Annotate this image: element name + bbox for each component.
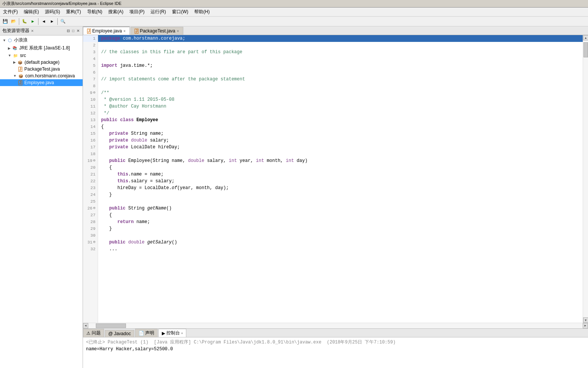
toolbar-open[interactable]: 📂	[10, 18, 17, 25]
bottom-tab-0[interactable]: ⚠问题	[83, 329, 104, 337]
vscroll-thumb[interactable]	[583, 42, 588, 57]
vscroll-up[interactable]: ▲	[583, 35, 588, 40]
tab-label-1: PackageTest.java	[140, 28, 175, 34]
toolbar-run[interactable]: ▶	[29, 18, 37, 25]
toolbar-search[interactable]: 🔍	[59, 18, 67, 25]
line-num-27: 27	[83, 212, 98, 219]
menu-item-源码(S)[interactable]: 源码(S)	[43, 8, 61, 15]
line-num-26: 26	[83, 205, 98, 212]
line-num-21: 21	[83, 171, 98, 178]
line-num-17: 17	[83, 144, 98, 151]
pe-header-actions: ⊟ □ ✕	[66, 29, 80, 33]
vscroll-down[interactable]: ▼	[583, 317, 588, 323]
tab-label-0: Employee.java	[92, 28, 122, 34]
line-num-9: 9	[83, 89, 98, 96]
code-line-15: private String name;	[98, 130, 583, 137]
code-line-6	[98, 69, 583, 76]
menu-item-窗口(W)[interactable]: 窗口(W)	[170, 8, 190, 15]
menu-item-导航(N)[interactable]: 导航(N)	[86, 8, 104, 15]
tree-item-packagetest[interactable]: JPackageTest.java	[0, 66, 83, 72]
tree-item-employee[interactable]: JEmployee.java	[0, 79, 83, 86]
console-line-0: <已终止> PackageTest (1) [Java 应用程序] C:\Pro…	[86, 339, 585, 346]
bottom-tab-2[interactable]: 📄声明	[135, 329, 158, 337]
line-num-6: 6	[83, 69, 98, 76]
line-numbers: 1234567891011121314151617181920212223242…	[83, 35, 98, 323]
tree-label-packagetest: PackageTest.java	[25, 66, 60, 72]
bottom-tab-label-0: 问题	[92, 330, 101, 336]
code-line-21: this.name = name;	[98, 171, 583, 178]
pe-maximize[interactable]: □	[71, 29, 75, 33]
code-line-17: private LocalDate hireDay;	[98, 144, 583, 151]
vscroll-track[interactable]	[583, 40, 588, 317]
line-num-10: 10	[83, 96, 98, 103]
toolbar-sep-1	[19, 18, 19, 25]
h-scroll[interactable]: ◀ ▶	[83, 323, 588, 328]
code-content: package com.horstmann.corejava;// the cl…	[98, 35, 583, 323]
bottom-tab-3[interactable]: ▶控制台×	[158, 329, 186, 337]
code-line-29: }	[98, 225, 583, 232]
toolbar-forward[interactable]: ▶	[48, 18, 56, 25]
menu-item-项目(P)[interactable]: 项目(P)	[128, 8, 146, 15]
code-line-3: // the classes in this file are part of …	[98, 49, 583, 55]
line-num-15: 15	[83, 130, 98, 137]
toolbar-debug[interactable]: 🐛	[21, 18, 28, 25]
tree-item-default[interactable]: ▶📦(default package)	[0, 59, 83, 66]
tree-icon-default: 📦	[18, 60, 22, 65]
hscroll-right[interactable]: ▶	[583, 323, 588, 328]
hscroll-track[interactable]	[88, 323, 583, 328]
tree-icon-jre: 📚	[12, 46, 17, 50]
line-num-20: 20	[83, 164, 98, 171]
bottom-tab-label-3: 控制台	[166, 330, 180, 336]
code-line-31: public double getSalary()	[98, 239, 583, 246]
toolbar-new[interactable]: 💾	[2, 18, 9, 25]
code-line-4	[98, 55, 583, 62]
tab-close-0[interactable]: ×	[123, 29, 126, 33]
line-num-24: 24	[83, 191, 98, 198]
menu-item-文件(F)[interactable]: 文件(F)	[2, 8, 19, 15]
pe-minimize[interactable]: ⊟	[66, 29, 71, 33]
code-line-23: hireDay = LocalDate.of(year, month, day)…	[98, 185, 583, 191]
editor-tab-0[interactable]: JEmployee.java×	[83, 26, 130, 35]
code-line-28: return name;	[98, 219, 583, 225]
bottom-tab-close-3[interactable]: ×	[181, 331, 183, 335]
menu-bar: 文件(F)编辑(E)源码(S)重构(T)导航(N)搜索(A)项目(P)运行(R)…	[0, 8, 588, 17]
menu-item-编辑(E)[interactable]: 编辑(E)	[22, 8, 40, 15]
line-num-28: 28	[83, 219, 98, 225]
pe-tree: ▼⬡小浪浪▶📚JRE 系统库 [JavaSE-1.8]▼📁src▶📦(defau…	[0, 35, 83, 368]
line-num-5: 5	[83, 62, 98, 69]
menu-item-重构(T)[interactable]: 重构(T)	[64, 8, 82, 15]
console-line-1: name=Harry Hacker,salary=52500.0	[86, 346, 585, 353]
tree-arrow-root: ▼	[3, 38, 6, 42]
line-num-29: 29	[83, 225, 98, 232]
code-line-16: private double salary;	[98, 137, 583, 144]
bottom-tabs: ⚠问题@Javadoc📄声明▶控制台×	[83, 329, 588, 337]
editor-tab-1[interactable]: JPackageTest.java×	[130, 27, 183, 35]
menu-item-运行(R)[interactable]: 运行(R)	[149, 8, 167, 15]
tab-close-1[interactable]: ×	[177, 29, 179, 33]
code-line-8	[98, 83, 583, 89]
toolbar-back[interactable]: ◀	[40, 18, 48, 25]
code-line-7: // import statements come after the pack…	[98, 76, 583, 83]
editor-vscroll[interactable]: ▲ ▼	[583, 35, 588, 323]
code-line-1: package com.horstmann.corejava;	[98, 35, 583, 42]
menu-item-搜索(A)[interactable]: 搜索(A)	[107, 8, 125, 15]
tree-item-corejava[interactable]: ▼📦com.horstmann.corejava	[0, 72, 83, 79]
tree-item-jre[interactable]: ▶📚JRE 系统库 [JavaSE-1.8]	[0, 44, 83, 52]
pe-close[interactable]: ✕	[76, 29, 80, 33]
code-line-32: ...	[98, 246, 583, 253]
line-num-7: 7	[83, 76, 98, 83]
hscroll-left[interactable]: ◀	[83, 323, 88, 328]
console-content: <已终止> PackageTest (1) [Java 应用程序] C:\Pro…	[83, 337, 588, 368]
code-line-22: this.salary = salary;	[98, 178, 583, 185]
menu-item-帮助(H)[interactable]: 帮助(H)	[193, 8, 211, 15]
tree-item-root[interactable]: ▼⬡小浪浪	[0, 36, 83, 44]
bottom-tab-1[interactable]: @Javadoc	[105, 330, 134, 337]
pe-title-text: 包资源管理器	[2, 28, 29, 34]
code-line-30	[98, 232, 583, 239]
code-editor[interactable]: 1234567891011121314151617181920212223242…	[83, 35, 588, 323]
tree-item-src[interactable]: ▼📁src	[0, 52, 83, 59]
tab-icon-1: J	[135, 29, 138, 34]
tree-icon-packagetest: J	[18, 67, 22, 72]
hscroll-thumb[interactable]	[96, 323, 126, 328]
code-line-12: */	[98, 110, 583, 117]
